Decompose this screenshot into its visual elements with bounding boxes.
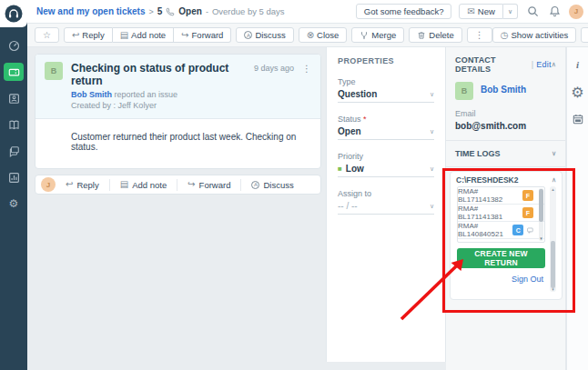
prev-ticket-button[interactable]: ‹ (581, 27, 588, 43)
ticket-info-tab[interactable]: i (572, 58, 584, 71)
ticket-age: 9 days ago (254, 64, 294, 73)
sidebar-item-admin[interactable]: ⚙ (4, 195, 24, 213)
rma-list-item[interactable]: RMA# BL171141382 F (458, 187, 544, 205)
feedback-button[interactable]: Got some feedback? (356, 4, 452, 19)
apps-tab[interactable]: ⚙ (572, 85, 584, 98)
ticket-icon (8, 66, 20, 78)
quick-add-note-button[interactable]: ▤Add note (109, 179, 177, 191)
freshdesk-logo[interactable] (0, 0, 27, 27)
contact-avatar: B (455, 82, 473, 100)
envelope-icon: ✉ (467, 7, 474, 16)
dashboard-icon (8, 40, 20, 52)
ticket-pagination: ‹ … › (581, 27, 588, 43)
new-ticket-button[interactable]: ✉ New (459, 4, 502, 19)
top-navbar: New and my open tickets > 5 Open - Overd… (27, 0, 588, 24)
bell-icon (549, 5, 561, 17)
breadcrumb-ticket-list-link[interactable]: New and my open tickets (36, 6, 145, 16)
widget-title: C:\FRESHDESK2 (456, 175, 518, 185)
reply-button[interactable]: ↩Reply (64, 27, 113, 43)
contact-name-link[interactable]: Bob Smith (481, 82, 526, 95)
notifications-button[interactable] (547, 5, 562, 19)
quick-reply-button[interactable]: ↩Reply (56, 179, 109, 191)
user-avatar[interactable]: J (569, 5, 583, 19)
ticket-status-label: Open (178, 6, 202, 16)
quick-reply-bar: J ↩Reply ▤Add note ↪Forward ADiscuss (35, 175, 321, 195)
edit-contact-link[interactable]: Edit (536, 60, 551, 69)
sidebar-item-tickets[interactable] (4, 63, 24, 81)
book-icon (8, 119, 20, 131)
forward-icon: ↪ (181, 31, 188, 40)
rma-list-item[interactable]: RMA# BL171141381 F (458, 205, 544, 222)
chevron-down-icon: ∨ (430, 203, 434, 210)
sidebar-item-solutions[interactable] (4, 115, 24, 134)
priority-low-dot: ■ (338, 165, 342, 173)
chevron-down-icon: ∨ (430, 128, 434, 135)
new-ticket-split-button: ✉ New ∨ (459, 4, 518, 19)
delete-button[interactable]: Delete (409, 27, 461, 43)
reply-icon: ↩ (72, 31, 79, 40)
sign-out-link[interactable]: Sign Out (512, 275, 543, 284)
discuss-icon: A (244, 31, 252, 39)
quick-discuss-button[interactable]: ADiscuss (240, 179, 303, 191)
trash-icon (417, 31, 426, 40)
ticket-created-by: Created by : Jeff Kolyer (71, 101, 246, 110)
requester-avatar: B (45, 62, 63, 80)
sidebar-item-contacts[interactable] (4, 89, 24, 107)
rma-list: RMA# BL171141382 F RMA# BL171141381 F RM… (457, 186, 545, 243)
status-select[interactable]: Open ∨ (338, 126, 434, 140)
create-new-return-button[interactable]: CREATE NEW RETURN (457, 248, 545, 268)
scrollbar-thumb[interactable] (539, 189, 543, 222)
overdue-label: Overdue by 5 days (212, 6, 285, 16)
close-button[interactable]: ⊗Close (299, 27, 348, 43)
calendar-tab[interactable] (572, 113, 584, 125)
add-note-button[interactable]: ▤Add note (113, 27, 175, 43)
sidebar-item-dashboard[interactable] (4, 36, 24, 55)
close-circle-icon: ⊗ (307, 31, 314, 40)
breadcrumb-dash: - (206, 7, 208, 16)
ticket-card: B Checking on status of product return B… (35, 54, 321, 169)
ticket-title: Checking on status of product return (71, 62, 246, 87)
email-label: Email (455, 109, 556, 118)
gear-icon: ⚙ (9, 198, 19, 209)
star-button[interactable]: ☆ (35, 27, 59, 43)
collapse-contact-chevron[interactable]: ∧ (552, 61, 556, 68)
info-icon: i (576, 59, 579, 70)
forward-button[interactable]: ↪Forward (174, 27, 231, 43)
rma-list-item[interactable]: RMA# BL140840521 C (458, 222, 544, 239)
scroll-up-icon[interactable]: ▴ (552, 186, 554, 192)
scroll-down-icon[interactable]: ▾ (539, 235, 543, 241)
scrollbar-thumb[interactable] (551, 241, 555, 288)
headphones-icon (3, 3, 25, 25)
quick-forward-button[interactable]: ↪Forward (177, 179, 240, 191)
discuss-button[interactable]: ADiscuss (236, 27, 293, 43)
priority-select[interactable]: ■Low ∨ (338, 164, 434, 177)
breadcrumb-ticket-count: 5 (157, 6, 163, 16)
ticket-header: B Checking on status of product return B… (35, 55, 320, 119)
ticket-reporter-line: Bob Smith reported an issue (71, 90, 246, 99)
sidebar-item-reports[interactable] (4, 168, 24, 186)
ticket-body-text: Customer returned their product last wee… (35, 119, 320, 168)
new-ticket-caret-button[interactable]: ∨ (503, 4, 518, 19)
contacts-icon (8, 93, 20, 105)
reporter-link[interactable]: Bob Smith (71, 90, 112, 99)
assign-to-select[interactable]: -- / -- ∨ (338, 201, 434, 215)
more-actions-button[interactable]: ⋮ (467, 27, 492, 43)
type-select[interactable]: Question ∨ (338, 89, 434, 103)
collapse-widget-chevron[interactable]: ∧ (552, 176, 556, 184)
ticket-sidebar: CONTACT DETAILS | Edit ∧ B Bob Smith Ema… (446, 47, 566, 370)
time-logs-section[interactable]: TIME LOGS ∨ (446, 141, 565, 166)
merge-icon (360, 31, 369, 40)
note-icon: ▤ (120, 31, 128, 40)
freshdesk2-app-widget: C:\FRESHDESK2 ∧ RMA# BL171141382 F RMA# … (450, 171, 563, 300)
show-activities-button[interactable]: ◷Show activities (492, 27, 577, 43)
merge-button[interactable]: Merge (351, 27, 404, 43)
reply-icon: ↩ (66, 180, 73, 189)
rma-list-item-partial[interactable] (458, 239, 544, 243)
reports-icon (8, 172, 20, 184)
sidebar-item-forums[interactable] (4, 142, 24, 160)
search-button[interactable] (525, 5, 540, 19)
ticket-more-button[interactable]: ⋮ (302, 64, 311, 74)
calendar-icon (573, 114, 583, 125)
field-status: Status * Open ∨ (338, 115, 434, 140)
chevron-down-icon: ∨ (508, 8, 512, 15)
